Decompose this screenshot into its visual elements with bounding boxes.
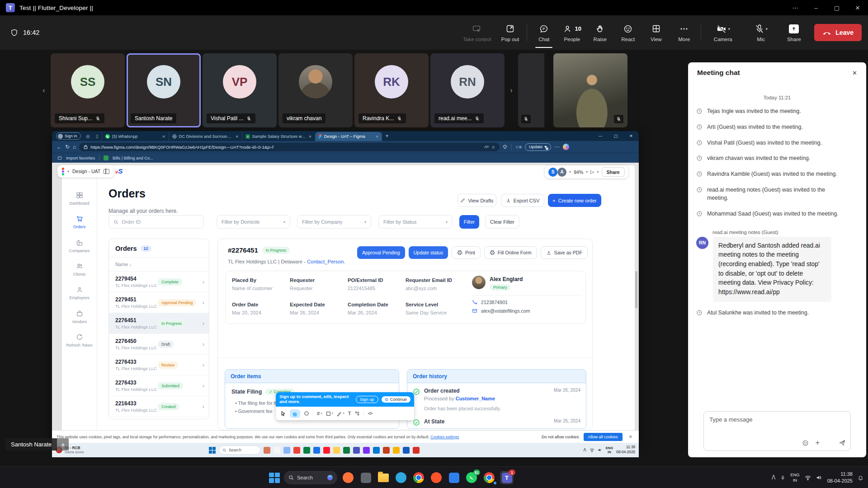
tab-close-icon[interactable]: ✕ [376,135,379,139]
bills-bookmark[interactable]: Bills | Billing and Co... [113,156,153,160]
approval-pending-button[interactable]: Approval Pending [357,246,405,259]
collaborator-avatar[interactable]: A [557,168,566,177]
present-icon[interactable]: ▷ [590,169,594,175]
order-list-row[interactable]: 2279451 TL Flex Holdings LLC Approval Pe… [109,292,209,313]
zoom-chevron-icon[interactable]: ▾ [586,170,588,174]
order-list-row[interactable]: 2276450 TL Flex Holdings LLC Draft › [109,334,209,355]
move-tool-icon[interactable] [280,411,286,417]
browser-signin-button[interactable]: Sign in [56,132,81,140]
sidebar-item-vendors[interactable]: Vendors [63,310,96,324]
mic-in-use-icon[interactable] [780,475,785,481]
people-button[interactable]: 10 People [558,15,586,50]
order-list-row[interactable]: 2276451 TL Flex Holdings LLC In Progress… [109,313,209,334]
window-maximize-button[interactable]: ▢ [826,0,847,15]
sidebar-item-refresh-token[interactable]: Refresh Token [63,333,96,347]
participant-tile[interactable]: VPVishal Patil ... [203,53,277,127]
firefox-taskbar-icon[interactable] [341,471,355,484]
hand-tool-icon[interactable] [290,409,300,418]
browser-restore-button[interactable]: ▢ [608,134,623,138]
view-drafts-button[interactable]: View Drafts [458,194,496,207]
contact-person-link[interactable]: Contact_Person. [307,259,345,264]
taskbar-app-icon[interactable] [283,447,290,454]
chat-compose-box[interactable]: + [703,411,851,451]
edge-taskbar-icon[interactable] [394,471,408,484]
more-button[interactable]: More [670,15,698,50]
taskbar-app-icon[interactable] [373,447,380,454]
chat-message-input[interactable] [709,416,845,423]
attach-plus-icon[interactable]: + [816,439,820,447]
refresh-icon[interactable]: ↻ [65,144,70,150]
browser-close-button[interactable]: ✕ [623,134,639,138]
file-explorer-taskbar-icon[interactable] [377,471,390,484]
figma-share-button[interactable]: Share [602,167,625,177]
shared-clock[interactable]: 11:3808-04-2025 [616,445,635,455]
present-chevron-icon[interactable]: ▾ [597,170,599,174]
google-continue-button[interactable]: GContinue [382,396,410,403]
save-as-pdf-button[interactable]: Save as PDF [541,246,588,259]
copilot-icon[interactable] [563,144,569,150]
order-list-row[interactable]: 2276433 TL Flex Holdings LLC Submitted › [109,375,209,396]
figma-menu-chevron-icon[interactable]: ▾ [67,169,69,174]
layout-grid-icon[interactable] [104,169,109,174]
figma-signup-button[interactable]: Sign up [356,396,378,403]
browser-tab-excel[interactable]: X Sample Salary Structure with calc✕ [242,132,315,141]
cookie-close-icon[interactable]: ✕ [627,434,634,439]
taskbar-app-icon[interactable] [363,447,370,454]
filter-button[interactable]: Filter [459,215,479,229]
sidebar-item-companies[interactable]: Companies [63,239,96,253]
canvas-scrollbar[interactable] [635,271,637,308]
pop-out-button[interactable]: Pop out [496,15,524,50]
tiles-prev-icon[interactable]: ‹ [39,53,49,127]
participant-tile-partial[interactable] [518,53,544,127]
participant-tile[interactable]: SNSantosh Narate [127,53,201,127]
collaborators-chevron-icon[interactable]: ▾ [569,170,571,174]
sidebar-item-clients[interactable]: Clients [63,263,96,277]
shape-tool-icon[interactable]: ▾ [326,411,334,416]
new-tab-button[interactable]: + [386,133,389,139]
hidden-icons-chevron[interactable]: ᐱ [772,474,775,481]
import-favorites-link[interactable]: Import favorites [66,156,95,160]
print-button[interactable]: Print [452,246,481,259]
tab-close-icon[interactable]: ✕ [236,135,239,139]
browser-update-button[interactable]: Update ♥ [525,143,551,151]
view-button[interactable]: View [642,15,670,50]
collaborator-avatar[interactable]: S [548,168,557,177]
figma-logo-icon[interactable] [62,168,64,175]
window-close-button[interactable]: ✕ [847,0,868,15]
notifications-bell-icon[interactable] [858,475,863,481]
leave-button[interactable]: Leave [814,24,862,41]
camera-button[interactable]: ▾ Camera [704,15,742,50]
contact-phone-row[interactable]: 2123874901 [472,300,582,305]
taskbar-app-icon[interactable] [343,447,350,454]
customer-name-link[interactable]: Customer_Name [456,396,495,401]
filter-status-select[interactable]: Filter by Status▾ [378,215,453,229]
browser-menu-icon[interactable]: ⋯ [554,144,560,150]
comment-tool-icon[interactable] [304,411,309,416]
cookies-settings-link[interactable]: Cookies settings [430,435,459,439]
taskbar-app-icon[interactable] [383,447,390,454]
send-icon[interactable] [839,439,846,446]
order-list-row[interactable]: 2276433 TL Flex Holdings LLC Review › [109,355,209,375]
take-control-button[interactable]: Take control [458,15,496,50]
order-id-search-input[interactable]: Order ID [108,215,204,229]
filter-company-select[interactable]: Filter by Company▾ [297,215,371,229]
name-column-header[interactable]: Name ↓ [109,258,209,272]
favorites-list-icon[interactable]: ☆≡ [515,145,522,150]
emoji-icon[interactable] [802,440,809,446]
deny-cookies-button[interactable]: Do not allow cookies [542,435,579,439]
chat-toggle-button[interactable]: Chat [530,15,558,50]
participant-tile[interactable]: vikram chavan [278,53,353,127]
taskbar-app-icon[interactable] [393,447,400,454]
browser-tab-dc-divisions[interactable]: DC Divisions and Surroundings✕ [169,132,242,141]
taskbar-app-icon[interactable] [403,447,410,454]
sidebar-item-employees[interactable]: Employees [63,286,96,300]
chat-close-icon[interactable]: ✕ [852,70,857,76]
fill-online-form-button[interactable]: Fill Online Form [484,246,537,259]
extensions-icon[interactable] [503,144,508,150]
volume-icon[interactable] [816,475,822,480]
allow-cookies-button[interactable]: Allow all cookies [584,433,623,441]
contact-email-row[interactable]: alex@vstatefilings.com [472,308,582,314]
chrome-profile-taskbar-icon[interactable] [482,471,496,484]
read-aloud-icon[interactable]: Aᵃ [484,145,488,149]
brave-taskbar-icon[interactable] [429,471,443,484]
